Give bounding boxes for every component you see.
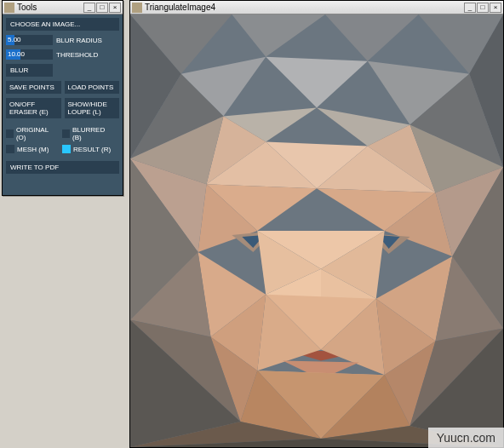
maximize-button[interactable]: □ bbox=[96, 3, 108, 13]
loupe-toggle[interactable]: SHOW/HIDE LOUPE (L) bbox=[65, 98, 120, 118]
image-window: TriangulateImage4 _ □ × bbox=[129, 0, 504, 448]
image-title: TriangulateImage4 bbox=[145, 3, 464, 12]
watermark: Yuucn.com bbox=[428, 428, 504, 448]
checkbox-icon bbox=[62, 145, 71, 153]
image-canvas[interactable] bbox=[130, 14, 503, 447]
blur-radius-slider[interactable]: 5.00 bbox=[6, 35, 53, 45]
checkbox-icon bbox=[6, 129, 14, 138]
points-row: SAVE POINTS LOAD POINTS bbox=[6, 81, 119, 94]
tools-content: CHOOSE AN IMAGE... 5.00 BLUR RADIUS 10.0… bbox=[3, 14, 123, 177]
tools-titlebar[interactable]: Tools _ □ × bbox=[3, 1, 123, 14]
blurred-label: BLURRED (B) bbox=[72, 126, 112, 141]
blur-radius-label: BLUR RADIUS bbox=[56, 37, 102, 44]
original-label: ORIGINAL (O) bbox=[16, 126, 55, 141]
threshold-slider[interactable]: 10.00 bbox=[6, 49, 53, 60]
triangulated-image bbox=[130, 14, 503, 447]
checkbox-icon bbox=[62, 129, 70, 138]
app-icon bbox=[4, 3, 14, 13]
close-button[interactable]: × bbox=[109, 3, 121, 13]
load-points-button[interactable]: LOAD POINTS bbox=[65, 81, 120, 94]
view-checks: ORIGINAL (O) BLURRED (B) MESH (M) RESULT… bbox=[6, 123, 119, 157]
tools-window: Tools _ □ × CHOOSE AN IMAGE... 5.00 BLUR… bbox=[2, 0, 123, 196]
result-label: RESULT (R) bbox=[73, 146, 111, 153]
minimize-button[interactable]: _ bbox=[464, 3, 476, 13]
close-button[interactable]: × bbox=[490, 3, 501, 13]
eraser-toggle[interactable]: ON/OFF ERASER (E) bbox=[6, 98, 61, 118]
mesh-check[interactable]: MESH (M) bbox=[6, 145, 55, 153]
original-check[interactable]: ORIGINAL (O) bbox=[6, 126, 55, 141]
app-icon bbox=[132, 3, 142, 13]
save-points-button[interactable]: SAVE POINTS bbox=[6, 81, 61, 94]
mesh-label: MESH (M) bbox=[17, 146, 49, 153]
image-sysbuttons: _ □ × bbox=[464, 3, 501, 13]
blur-radius-value: 5.00 bbox=[8, 35, 21, 45]
choose-image-button[interactable]: CHOOSE AN IMAGE... bbox=[6, 18, 119, 31]
blur-radius-row: 5.00 BLUR RADIUS bbox=[6, 35, 119, 45]
maximize-button[interactable]: □ bbox=[477, 3, 489, 13]
blur-button[interactable]: BLUR bbox=[6, 64, 53, 77]
result-check[interactable]: RESULT (R) bbox=[62, 145, 112, 153]
tools-sysbuttons: _ □ × bbox=[83, 3, 121, 13]
image-titlebar[interactable]: TriangulateImage4 _ □ × bbox=[130, 1, 503, 14]
toggle-row: ON/OFF ERASER (E) SHOW/HIDE LOUPE (L) bbox=[6, 98, 119, 118]
checkbox-icon bbox=[6, 145, 14, 153]
write-pdf-button[interactable]: WRITE TO PDF bbox=[6, 161, 119, 174]
blurred-check[interactable]: BLURRED (B) bbox=[62, 126, 112, 141]
threshold-label: THRESHOLD bbox=[56, 51, 98, 59]
threshold-value: 10.00 bbox=[8, 49, 25, 60]
minimize-button[interactable]: _ bbox=[83, 3, 95, 13]
tools-title: Tools bbox=[17, 3, 83, 12]
threshold-row: 10.00 THRESHOLD bbox=[6, 49, 119, 60]
